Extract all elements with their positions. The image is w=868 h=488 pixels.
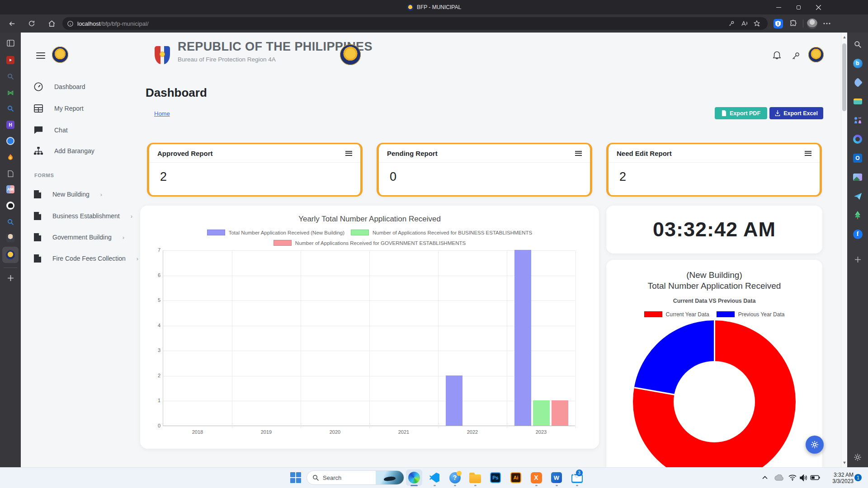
sidebar-settings-gear-icon[interactable] (852, 452, 863, 463)
taskbar-search[interactable]: Search (307, 470, 404, 485)
tab-bfp-active[interactable] (2, 247, 19, 263)
adblock-extension-icon[interactable] (772, 18, 784, 29)
file-icon (33, 190, 42, 199)
sidebar-item-fire-code-fees[interactable]: Fire Code Fees Collection › (33, 251, 142, 266)
active-tab[interactable]: BFP - MUNICIPAL (0, 0, 868, 14)
legend-item[interactable]: Number of Applications Received for BUSI… (351, 230, 532, 235)
start-button[interactable] (288, 469, 304, 486)
home-button[interactable] (44, 17, 59, 30)
tray-clock[interactable]: 3:32 AM 3/3/2023 (817, 472, 854, 484)
outlook-icon[interactable]: O (852, 153, 863, 164)
sidebar-item-my-report[interactable]: My Report (33, 101, 142, 116)
sidebar-item-add-barangay[interactable]: Add Barangay (33, 143, 142, 159)
legend-item[interactable]: Previous Year Data (717, 311, 785, 318)
card-menu-icon[interactable] (575, 150, 582, 157)
back-button[interactable] (5, 17, 19, 30)
tab-am-site-icon[interactable]: AM (2, 183, 19, 196)
close-button[interactable] (808, 0, 828, 14)
shopping-icon[interactable] (852, 77, 863, 88)
tab-green-site-icon[interactable]: ⋈ (2, 86, 19, 99)
browser-menu-icon[interactable] (821, 18, 833, 29)
tab-github-icon[interactable] (2, 199, 19, 212)
taskbar-mail[interactable]: 3 (569, 469, 585, 486)
stat-value: 2 (149, 163, 360, 184)
address-bar[interactable]: localhost/bfp/bfp-municipal/ (62, 17, 768, 30)
key-icon[interactable] (788, 48, 803, 63)
doughnut-title-line1: (New Building) (606, 270, 822, 281)
taskbar-help[interactable]: ? (447, 469, 463, 486)
new-tab-icon[interactable] (2, 271, 19, 285)
browser-titlebar: BFP - MUNICIPAL (0, 0, 868, 14)
mail-badge: 3 (576, 469, 583, 476)
notifications-bell-icon[interactable] (769, 47, 784, 63)
notification-count-badge[interactable]: 1 (854, 474, 862, 481)
tab-hostinger-icon[interactable]: H (2, 118, 19, 131)
tab-fire-site-icon[interactable] (2, 150, 19, 164)
page-scrollbar[interactable]: ▲ ▼ (841, 33, 847, 467)
taskbar-photoshop[interactable]: Ps (487, 469, 504, 486)
taskbar-edge[interactable] (406, 469, 422, 486)
read-aloud-icon[interactable] (738, 18, 750, 29)
stat-value: 2 (609, 163, 820, 184)
tab-search2-icon[interactable] (2, 102, 19, 115)
card-menu-icon[interactable] (345, 150, 352, 157)
refresh-button[interactable] (24, 17, 39, 30)
tree-icon[interactable] (852, 210, 863, 221)
taskbar-vscode[interactable] (426, 469, 443, 486)
legend-item[interactable]: Current Year Data (644, 311, 709, 318)
sidebar-item-chat[interactable]: Chat (33, 122, 142, 138)
browser-profile-avatar[interactable] (807, 19, 817, 29)
facebook-icon[interactable]: f (852, 229, 863, 239)
tab-search3-icon[interactable] (2, 215, 19, 229)
sidebar-item-business-establishment[interactable]: Business Establishment › (33, 208, 142, 224)
bing-chat-icon[interactable]: b (852, 58, 863, 69)
tray-chevron-icon[interactable] (760, 473, 770, 483)
export-pdf-button[interactable]: Export PDF (715, 107, 767, 119)
m365-icon[interactable] (852, 134, 863, 145)
scroll-down-icon[interactable]: ▼ (841, 459, 848, 466)
password-key-icon[interactable] (725, 18, 738, 29)
extensions-puzzle-icon[interactable] (788, 18, 799, 29)
legend-item[interactable]: Number of Applications Received for GOVE… (274, 240, 466, 246)
stat-card-approved: Approved Report 2 (147, 143, 363, 197)
favorites-star-icon[interactable] (750, 18, 763, 29)
toolbox-icon[interactable] (852, 96, 863, 107)
bar-chart-plot: 01234567201820192020202120222023 (163, 250, 575, 426)
tab-search-icon[interactable] (2, 70, 19, 83)
breadcrumb-home-link[interactable]: Home (154, 110, 170, 117)
onedrive-cloud-icon[interactable] (774, 473, 784, 483)
designer-icon[interactable] (852, 172, 863, 183)
app-menu-hamburger-icon[interactable] (36, 51, 45, 61)
tab-youtube-icon[interactable] (2, 53, 19, 67)
taskbar-illustrator[interactable]: Ai (508, 469, 524, 486)
tab-person-icon[interactable] (2, 231, 19, 245)
minimize-button[interactable] (769, 0, 788, 14)
tab-panel-toggle-icon[interactable] (2, 36, 19, 50)
legend-item[interactable]: Total Number Application Received (New B… (207, 230, 344, 235)
card-menu-icon[interactable] (805, 150, 811, 157)
clock-time: 03:32:42 AM (653, 218, 776, 241)
scroll-thumb[interactable] (842, 43, 846, 111)
volume-icon[interactable] (798, 473, 809, 483)
bar-2022-series0 (446, 375, 462, 426)
bar-2023-series0 (514, 250, 531, 426)
page-settings-gear-button[interactable] (806, 436, 824, 454)
sidebar-add-icon[interactable] (852, 254, 863, 265)
scroll-up-icon[interactable]: ▲ (841, 33, 848, 41)
wifi-icon[interactable] (787, 473, 798, 483)
games-icon[interactable] (852, 115, 863, 126)
restore-button[interactable] (788, 0, 808, 14)
taskbar-file-explorer[interactable] (467, 469, 483, 486)
taskbar-xampp[interactable]: X (528, 469, 544, 486)
sidebar-item-dashboard[interactable]: Dashboard (33, 79, 142, 94)
tab-blue-app-icon[interactable] (2, 134, 19, 148)
drop-icon[interactable] (852, 191, 863, 202)
sidebar-item-new-building[interactable]: New Building › (33, 187, 142, 202)
export-excel-button[interactable]: Export Excel (769, 107, 823, 119)
tab-blank-page-icon[interactable] (2, 167, 19, 180)
sidebar-search-icon[interactable] (852, 39, 863, 50)
sidebar-item-government-building[interactable]: Government Building › (33, 230, 142, 245)
site-info-icon[interactable] (67, 20, 74, 27)
taskbar-word[interactable]: W (548, 469, 565, 486)
user-avatar[interactable] (808, 47, 824, 62)
